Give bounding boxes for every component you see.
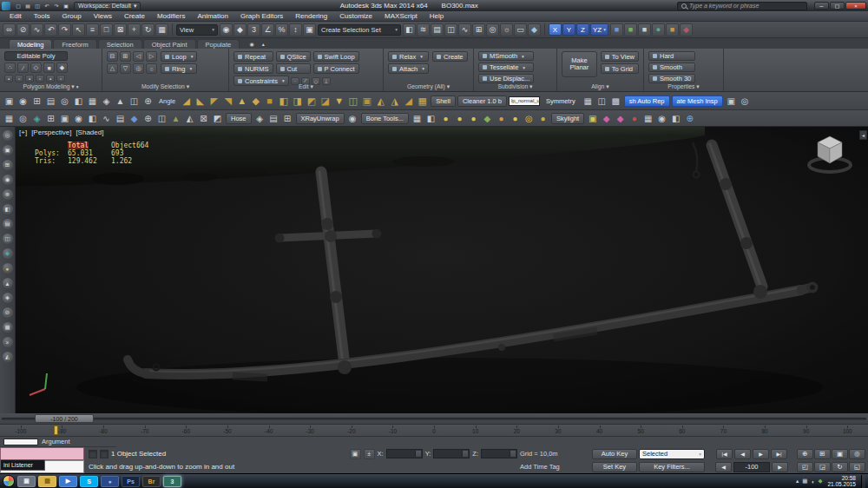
light-tool-icon[interactable]: ● [467, 112, 480, 125]
perspective-viewport[interactable]: [+] [Perspective] [Shaded] TotalObject66… [16, 127, 868, 413]
poly-tool-icon[interactable]: ▣ [360, 95, 373, 108]
workspace-dropdown[interactable]: Workspace: Default▾ [74, 2, 141, 10]
taskbar-app-window[interactable]: ▣ [17, 476, 36, 487]
layer-explorer-icon[interactable]: ▤ [431, 23, 444, 36]
macro-recorder-strip[interactable] [0, 447, 84, 460]
viewport-tab-arrow[interactable]: ◂ [859, 130, 867, 140]
taskbar-skype[interactable]: S [80, 476, 98, 487]
render-setup-icon[interactable]: ☼ [500, 23, 513, 36]
pan-icon[interactable]: ◲ [814, 462, 831, 472]
util-tool-icon[interactable]: ⊠ [197, 112, 210, 125]
current-frame-field[interactable]: -100 [733, 462, 770, 472]
menu-item[interactable]: Views [88, 11, 118, 21]
x-coordinate-field[interactable] [386, 449, 423, 458]
key-filters-button[interactable]: Key Filters... [639, 462, 705, 472]
poly-tool-icon[interactable]: ◧ [277, 95, 290, 108]
go-to-start-button[interactable]: |◀ [716, 449, 733, 459]
side-gem-icon[interactable]: ◈ [3, 293, 13, 303]
checker-icon[interactable]: ▦ [582, 95, 595, 108]
viewport-menu-plus[interactable]: [+] [19, 129, 27, 136]
poly-tool-icon[interactable]: ◨ [291, 95, 304, 108]
snaps-toggle-icon[interactable]: 3 [247, 23, 260, 36]
z-coordinate-field[interactable] [481, 449, 517, 458]
undo-icon[interactable]: ↶ [44, 23, 57, 36]
maximize-button[interactable]: ▢ [830, 2, 845, 10]
msmooth-button[interactable]: MSmooth [478, 51, 534, 61]
util-tool-icon[interactable]: ◈ [30, 112, 43, 125]
poly-tool-icon[interactable]: ◆ [249, 95, 262, 108]
select-by-name-icon[interactable]: ≡ [86, 23, 99, 36]
pm-tool-icon[interactable]: ▪ [25, 75, 34, 82]
select-similar-icon[interactable]: ◎ [133, 63, 144, 74]
track-bar[interactable]: -100-90-80-70-60-50-40-30-20-10010203040… [0, 425, 868, 437]
repeat-button[interactable]: Repeat [233, 51, 273, 62]
util-tool-icon[interactable]: ▣ [58, 112, 71, 125]
poly-tool-icon[interactable]: ▲ [235, 95, 248, 108]
add-time-tag[interactable]: Add Time Tag [520, 463, 589, 471]
taskbar-clock[interactable]: 20:58 21.05.2015 [825, 475, 858, 487]
poly-tool-icon[interactable]: ▦ [416, 95, 429, 108]
poly-tool-icon[interactable]: ◭ [374, 95, 387, 108]
hard-edges-button[interactable]: Hard [648, 51, 695, 61]
render-tool-icon[interactable]: ▦ [641, 112, 654, 125]
modeling-tool-icon[interactable]: ▦ [86, 95, 99, 108]
render-tool-icon[interactable]: ⊕ [683, 112, 696, 125]
hose-button[interactable]: Hose [226, 113, 252, 124]
render-tool-icon[interactable]: ◧ [669, 112, 682, 125]
side-light-icon[interactable]: ● [3, 263, 13, 274]
angle-snap-icon[interactable]: ∠ [261, 23, 274, 36]
render-tool-icon[interactable]: ◉ [655, 112, 668, 125]
time-slider-track[interactable] [2, 418, 866, 420]
window-crossing-icon[interactable]: ⊠ [114, 23, 127, 36]
element-subobject-icon[interactable]: ◆ [56, 63, 68, 73]
side-delete-icon[interactable]: × [3, 337, 13, 347]
ribbon-collapse-icon[interactable]: ▴ [259, 39, 267, 48]
poly-tool-icon[interactable]: ◣ [194, 95, 207, 108]
modeling-tool-icon[interactable]: ◎ [58, 95, 71, 108]
util-tool-icon[interactable]: ◈ [253, 112, 266, 125]
nurms-button[interactable]: NURMS [233, 63, 273, 74]
smooth-30-button[interactable]: Smooth 30 [648, 74, 695, 83]
outline-selection-icon[interactable]: ○ [146, 63, 157, 74]
redo-icon[interactable]: ↷ [58, 23, 71, 36]
menu-item[interactable]: Modifiers [151, 11, 191, 21]
rectangular-region-icon[interactable]: □ [100, 23, 113, 36]
modeling-tool-icon[interactable]: ◉ [16, 95, 30, 108]
panel-caption[interactable]: Geometry (All) ▾ [384, 83, 473, 90]
taskbar-explorer[interactable]: ▤ [38, 476, 56, 487]
relax-button[interactable]: Relax [388, 51, 429, 62]
snap-tan-icon[interactable]: ■ [666, 23, 679, 36]
pattern-icon[interactable]: ▩ [609, 95, 622, 108]
field-of-view-icon[interactable]: ◰ [797, 462, 813, 472]
orbit-icon[interactable]: ↻ [832, 462, 848, 472]
menu-item[interactable]: Group [56, 11, 87, 21]
viewport-menu-shading[interactable]: [Shaded] [76, 129, 103, 136]
snap-blue-icon[interactable]: ■ [610, 23, 623, 36]
light-tool-icon[interactable]: ● [453, 112, 466, 125]
symmetry-button[interactable]: Symmetry [542, 96, 580, 106]
minimize-button[interactable]: ─ [814, 2, 829, 10]
redo-quick-icon[interactable]: ↷ [52, 2, 61, 10]
side-disable-icon[interactable]: ⊘ [3, 307, 13, 318]
y-coordinate-field[interactable] [433, 449, 470, 458]
panel-caption[interactable]: Align ▾ [557, 83, 643, 90]
zoom-all-icon[interactable]: ⊞ [814, 449, 831, 459]
select-and-rotate-icon[interactable]: ↻ [141, 23, 155, 36]
schematic-view-icon[interactable]: ⊞ [472, 23, 485, 36]
pm-tool-icon[interactable]: ▫ [56, 75, 65, 82]
app-logo-icon[interactable] [2, 2, 10, 10]
panel-caption[interactable]: Polygon Modeling ▾ [0, 83, 102, 90]
align-to-view-button[interactable]: To View [601, 51, 639, 62]
key-mode-dropdown[interactable]: Selected▾ [639, 449, 705, 459]
util-tool-icon[interactable]: ⊕ [141, 112, 155, 125]
extra-tool-icon[interactable]: ◎ [739, 95, 752, 108]
util-tool-icon[interactable]: ▤ [267, 112, 280, 125]
bind-to-space-warp-icon[interactable]: ∿ [30, 23, 43, 36]
poly-tool-icon[interactable]: ◩ [305, 95, 318, 108]
snap-gray-icon[interactable]: ■ [638, 23, 651, 36]
light-tool-icon[interactable]: ● [439, 112, 452, 125]
previous-key-button[interactable]: ◀ [715, 462, 732, 472]
paint-connect-button[interactable]: P Connect [313, 63, 359, 74]
panel-caption[interactable]: Properties ▾ [644, 83, 723, 90]
border-subobject-icon[interactable]: ◇ [30, 63, 42, 73]
